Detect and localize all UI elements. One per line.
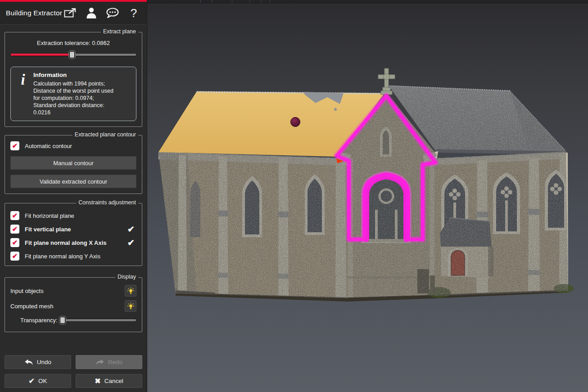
validate-contour-button[interactable]: Validate extracted contour bbox=[10, 175, 136, 188]
pop-out-icon[interactable] bbox=[63, 7, 77, 19]
fit-plane-y-axis-label: Fit plane normal along Y Axis bbox=[25, 253, 100, 260]
user-icon[interactable] bbox=[85, 7, 98, 19]
constraint-applied-check-icon: ✔ bbox=[127, 224, 136, 234]
constraints-section-label: Constraints adjustment bbox=[76, 199, 138, 206]
manual-contour-button[interactable]: Manual contour bbox=[10, 156, 136, 170]
cancel-label: Cancel bbox=[104, 378, 123, 384]
transparency-row: Transparency: bbox=[10, 314, 136, 326]
slider-track[interactable] bbox=[61, 319, 136, 322]
display-section-label: Display bbox=[115, 274, 138, 280]
redo-arrow-icon bbox=[95, 359, 104, 365]
cancel-cross-icon: ✖ bbox=[95, 377, 100, 385]
info-text: Calculation with 1994 points; Distance o… bbox=[33, 80, 113, 116]
picked-point-marker[interactable] bbox=[291, 117, 300, 127]
slider-thumb[interactable] bbox=[69, 51, 75, 59]
checkbox-check-icon: ✔ bbox=[12, 238, 18, 247]
transparency-label: Transparency: bbox=[20, 317, 58, 324]
contour-section-label: Extracted planar contour bbox=[72, 131, 138, 138]
constraints-group: Constraints adjustment ✔ Fit horizontal … bbox=[5, 203, 142, 266]
fit-vertical-plane-checkbox[interactable]: ✔ bbox=[10, 225, 19, 234]
titlebar-icons: ? bbox=[63, 7, 140, 19]
input-objects-label: Input objects bbox=[10, 288, 44, 294]
transparency-slider[interactable] bbox=[61, 316, 136, 324]
lightbulb-icon bbox=[127, 287, 135, 295]
checkbox-check-icon: ✔ bbox=[12, 252, 18, 261]
tool-panel: Building Extractor bbox=[0, 0, 147, 392]
undo-label: Undo bbox=[37, 359, 51, 365]
extraction-tolerance-slider[interactable] bbox=[10, 51, 136, 59]
fit-plane-y-axis-row: ✔ Fit plane normal along Y Axis bbox=[10, 249, 136, 263]
automatic-contour-checkbox[interactable]: ✔ bbox=[10, 141, 19, 150]
fit-vertical-plane-row: ✔ Fit vertical plane ✔ bbox=[10, 222, 136, 236]
checkbox-check-icon: ✔ bbox=[12, 141, 18, 150]
checkbox-check-icon: ✔ bbox=[12, 211, 18, 220]
slider-fill bbox=[11, 54, 72, 56]
ok-check-icon: ✔ bbox=[29, 377, 35, 385]
fit-plane-y-axis-checkbox[interactable]: ✔ bbox=[10, 252, 19, 261]
redo-button[interactable]: Redo bbox=[76, 355, 142, 369]
input-objects-row: Input objects bbox=[10, 283, 136, 298]
undo-arrow-icon bbox=[24, 359, 33, 365]
checkbox-check-icon: ✔ bbox=[12, 225, 18, 234]
panel-title: Building Extractor bbox=[6, 9, 62, 17]
cancel-button[interactable]: ✖ Cancel bbox=[76, 374, 142, 388]
computed-mesh-row: Computed mesh bbox=[10, 298, 136, 314]
fit-horizontal-plane-checkbox[interactable]: ✔ bbox=[10, 211, 19, 220]
panel-titlebar: Building Extractor bbox=[0, 2, 147, 25]
computed-mesh-label: Computed mesh bbox=[10, 303, 53, 310]
input-objects-visibility-button[interactable] bbox=[125, 285, 136, 297]
extracted-contour-group: Extracted planar contour ✔ Automatic con… bbox=[5, 135, 142, 194]
fit-plane-x-axis-checkbox[interactable]: ✔ bbox=[10, 238, 19, 247]
automatic-contour-label: Automatic contour bbox=[25, 143, 72, 149]
fit-plane-x-axis-label: Fit plane normal along X Axis bbox=[25, 239, 107, 246]
fit-vertical-plane-label: Fit vertical plane bbox=[25, 226, 71, 233]
slider-thumb[interactable] bbox=[59, 316, 66, 324]
lightbulb-icon bbox=[127, 302, 135, 310]
help-icon[interactable]: ? bbox=[127, 7, 140, 19]
automatic-contour-row: ✔ Automatic contour bbox=[10, 140, 136, 152]
fit-plane-x-axis-row: ✔ Fit plane normal along X Axis ✔ bbox=[10, 236, 136, 249]
redo-label: Redo bbox=[108, 359, 122, 365]
computed-mesh-visibility-button[interactable] bbox=[125, 300, 136, 312]
fit-horizontal-plane-label: Fit horizontal plane bbox=[25, 212, 74, 219]
extraction-tolerance-value: Extraction tolerance: 0.0862 bbox=[10, 40, 136, 46]
action-buttons: Undo Redo ✔ OK ✖ Cancel bbox=[5, 355, 142, 388]
extract-plane-group: Extract plane Extraction tolerance: 0.08… bbox=[5, 32, 142, 127]
info-title: Information bbox=[33, 72, 113, 78]
viewport-3d[interactable] bbox=[147, 0, 588, 392]
info-icon: i bbox=[15, 72, 31, 116]
information-box: i Information Calculation with 1994 poin… bbox=[10, 67, 136, 121]
ok-button[interactable]: ✔ OK bbox=[5, 374, 71, 388]
constraint-applied-check-icon: ✔ bbox=[127, 238, 136, 248]
fit-horizontal-plane-row: ✔ Fit horizontal plane bbox=[10, 209, 136, 222]
undo-button[interactable]: Undo bbox=[5, 355, 71, 369]
ok-label: OK bbox=[38, 378, 47, 384]
extract-plane-section-label: Extract plane bbox=[101, 28, 138, 35]
church-point-cloud bbox=[147, 0, 588, 392]
building-extractor-window: Building Extractor bbox=[0, 0, 588, 392]
display-group: Display Input objects Comp bbox=[5, 277, 142, 332]
feedback-icon[interactable] bbox=[106, 7, 119, 19]
